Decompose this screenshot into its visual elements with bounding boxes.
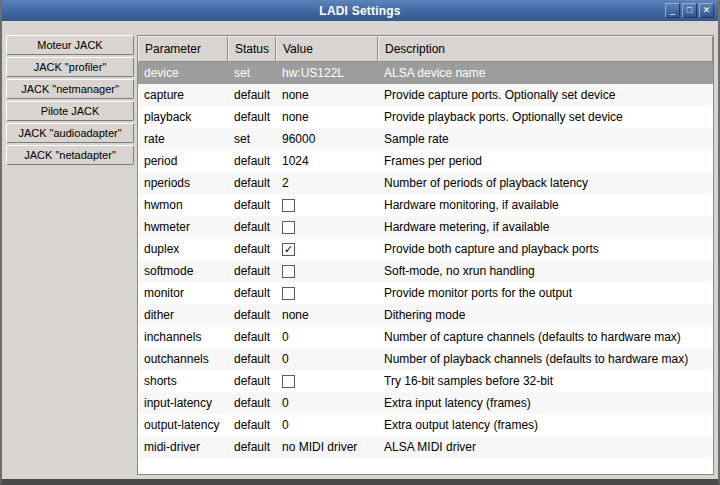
window-title: LADI Settings [2, 4, 718, 18]
value-cell: 2 [276, 172, 378, 194]
parameter-cell: hwmeter [138, 216, 228, 238]
sidebar-item-jack-netmanager[interactable]: JACK "netmanager" [6, 79, 134, 99]
description-cell: Number of periods of playback latency [378, 172, 713, 194]
window-content: Moteur JACKJACK "profiler"JACK "netmanag… [2, 21, 718, 479]
description-cell: Provide capture ports. Optionally set de… [378, 84, 713, 106]
parameter-cell: hwmon [138, 194, 228, 216]
sidebar-item-jack-audioadapter[interactable]: JACK "audioadapter" [6, 123, 134, 143]
value-cell: 1024 [276, 150, 378, 172]
sidebar-item-jack-profiler[interactable]: JACK "profiler" [6, 57, 134, 77]
table-row[interactable]: shortsdefaultTry 16-bit samples before 3… [138, 370, 713, 392]
sidebar-item-jack-netadapter[interactable]: JACK "netadapter" [6, 145, 134, 165]
parameter-cell: capture [138, 84, 228, 106]
value-cell [276, 194, 378, 216]
description-cell: Number of capture channels (defaults to … [378, 326, 713, 348]
value-cell: ✓ [276, 238, 378, 260]
status-cell: default [228, 194, 276, 216]
ladi-settings-window: LADI Settings _ □ ✕ Moteur JACKJACK "pro… [0, 0, 720, 485]
description-cell: Sample rate [378, 128, 713, 150]
value-cell: none [276, 84, 378, 106]
parameter-cell: dither [138, 304, 228, 326]
parameter-cell: output-latency [138, 414, 228, 436]
value-cell [276, 282, 378, 304]
table-row[interactable]: midi-driverdefaultno MIDI driverALSA MID… [138, 436, 713, 458]
value-cell: 0 [276, 326, 378, 348]
status-cell: default [228, 326, 276, 348]
table-row[interactable]: hwmeterdefaultHardware metering, if avai… [138, 216, 713, 238]
status-cell: set [228, 128, 276, 150]
settings-table: ParameterStatusValueDescription devicese… [137, 35, 714, 475]
status-cell: default [228, 282, 276, 304]
checkbox-checked[interactable]: ✓ [282, 243, 295, 256]
table-row[interactable]: devicesethw:US122LALSA device name [138, 62, 713, 84]
description-cell: Provide both capture and playback ports [378, 238, 713, 260]
status-cell: default [228, 370, 276, 392]
table-row[interactable]: duplexdefault✓Provide both capture and p… [138, 238, 713, 260]
parameter-cell: outchannels [138, 348, 228, 370]
table-row[interactable]: nperiodsdefault2Number of periods of pla… [138, 172, 713, 194]
table-header: ParameterStatusValueDescription [138, 36, 713, 62]
value-cell: 0 [276, 348, 378, 370]
value-cell: 0 [276, 392, 378, 414]
description-cell: Frames per period [378, 150, 713, 172]
checkbox-unchecked[interactable] [282, 375, 295, 388]
status-cell: default [228, 84, 276, 106]
table-row[interactable]: inchannelsdefault0Number of capture chan… [138, 326, 713, 348]
column-header-status[interactable]: Status [228, 36, 276, 62]
maximize-button[interactable]: □ [682, 3, 697, 18]
maximize-icon: □ [687, 6, 692, 15]
parameter-cell: monitor [138, 282, 228, 304]
table-row[interactable]: perioddefault1024Frames per period [138, 150, 713, 172]
close-button[interactable]: ✕ [699, 3, 714, 18]
status-cell: default [228, 304, 276, 326]
sidebar-item-moteur-jack[interactable]: Moteur JACK [6, 35, 134, 55]
title-bar[interactable]: LADI Settings _ □ ✕ [2, 0, 718, 21]
table-row[interactable]: hwmondefaultHardware monitoring, if avai… [138, 194, 713, 216]
column-header-parameter[interactable]: Parameter [138, 36, 228, 62]
description-cell: Extra output latency (frames) [378, 414, 713, 436]
table-row[interactable]: playbackdefaultnoneProvide playback port… [138, 106, 713, 128]
status-cell: set [228, 62, 276, 84]
parameter-cell: inchannels [138, 326, 228, 348]
status-cell: default [228, 436, 276, 458]
parameter-cell: playback [138, 106, 228, 128]
table-row[interactable]: capturedefaultnoneProvide capture ports.… [138, 84, 713, 106]
status-cell: default [228, 348, 276, 370]
table-row[interactable]: rateset96000Sample rate [138, 128, 713, 150]
table-row[interactable]: monitordefaultProvide monitor ports for … [138, 282, 713, 304]
table-body: devicesethw:US122LALSA device namecaptur… [138, 62, 713, 474]
table-row[interactable]: input-latencydefault0Extra input latency… [138, 392, 713, 414]
column-header-description[interactable]: Description [378, 36, 713, 62]
status-cell: default [228, 172, 276, 194]
status-cell: default [228, 414, 276, 436]
checkbox-unchecked[interactable] [282, 287, 295, 300]
description-cell: Hardware monitoring, if available [378, 194, 713, 216]
table-row[interactable]: outchannelsdefault0Number of playback ch… [138, 348, 713, 370]
value-cell: hw:US122L [276, 62, 378, 84]
parameter-cell: device [138, 62, 228, 84]
value-cell [276, 216, 378, 238]
status-cell: default [228, 150, 276, 172]
parameter-cell: shorts [138, 370, 228, 392]
description-cell: Number of playback channels (defaults to… [378, 348, 713, 370]
checkbox-unchecked[interactable] [282, 265, 295, 278]
value-cell [276, 370, 378, 392]
value-cell: none [276, 304, 378, 326]
value-cell: 96000 [276, 128, 378, 150]
description-cell: Hardware metering, if available [378, 216, 713, 238]
status-cell: default [228, 260, 276, 282]
description-cell: Dithering mode [378, 304, 713, 326]
sidebar-item-pilote-jack[interactable]: Pilote JACK [6, 101, 134, 121]
table-row[interactable]: ditherdefaultnoneDithering mode [138, 304, 713, 326]
parameter-cell: input-latency [138, 392, 228, 414]
column-header-value[interactable]: Value [276, 36, 378, 62]
checkbox-unchecked[interactable] [282, 199, 295, 212]
description-cell: ALSA device name [378, 62, 713, 84]
minimize-button[interactable]: _ [665, 3, 680, 18]
checkbox-unchecked[interactable] [282, 221, 295, 234]
table-row[interactable]: output-latencydefault0Extra output laten… [138, 414, 713, 436]
parameter-cell: duplex [138, 238, 228, 260]
table-row[interactable]: softmodedefaultSoft-mode, no xrun handli… [138, 260, 713, 282]
description-cell: Soft-mode, no xrun handling [378, 260, 713, 282]
parameter-cell: rate [138, 128, 228, 150]
